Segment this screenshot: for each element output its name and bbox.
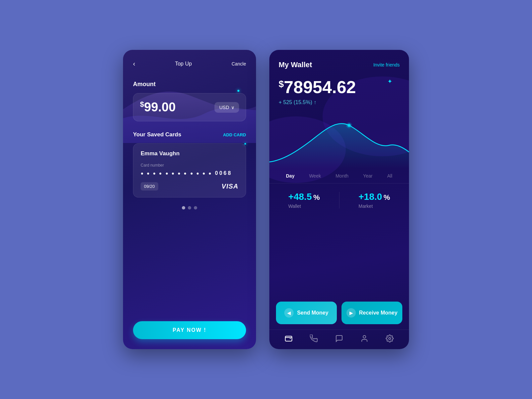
card-indicator bbox=[133, 206, 246, 209]
tab-month[interactable]: Month bbox=[333, 172, 351, 180]
currency-selector[interactable]: USD ∨ bbox=[214, 102, 239, 113]
bottom-nav bbox=[269, 330, 409, 349]
tab-year[interactable]: Year bbox=[360, 172, 375, 180]
screen-title: Top Up bbox=[175, 61, 192, 67]
back-button[interactable]: ‹ bbox=[133, 60, 135, 67]
send-money-label: Send Money bbox=[297, 310, 328, 316]
market-stat-value: +18.0 bbox=[358, 192, 382, 202]
pay-now-button[interactable]: PAY NOW ! bbox=[133, 321, 246, 339]
indicator-dot-3 bbox=[194, 206, 197, 209]
tab-day[interactable]: Day bbox=[283, 172, 297, 180]
nav-wallet-icon[interactable] bbox=[285, 334, 293, 342]
nav-phone-icon[interactable] bbox=[310, 334, 318, 342]
add-card-button[interactable]: ADD CARD bbox=[223, 132, 246, 137]
market-stat-label: Market bbox=[358, 203, 390, 209]
receive-money-label: Receive Money bbox=[359, 310, 398, 316]
wallet-stat-pct: % bbox=[313, 193, 320, 201]
invite-friends-link[interactable]: Invite friends bbox=[373, 62, 400, 67]
amount-value: $99.00 bbox=[140, 100, 176, 114]
chart-area bbox=[269, 109, 409, 169]
balance-section: $78954.62 + 525 (15.5%) ↑ ✦ bbox=[269, 74, 409, 105]
action-buttons: ◀ Send Money ▶ Receive Money bbox=[269, 298, 409, 330]
card-number: ● ● ● ● ● ● ● ● ● ● ● ● 0068 bbox=[141, 170, 238, 176]
saved-card[interactable]: Emma Vaughn Card number ● ● ● ● ● ● ● ● … bbox=[133, 143, 246, 198]
amount-box: $99.00 USD ∨ bbox=[133, 93, 246, 121]
stat-divider bbox=[339, 192, 339, 208]
tab-all[interactable]: All bbox=[384, 172, 395, 180]
cancel-button[interactable]: Cancle bbox=[231, 61, 246, 66]
card-holder-name: Emma Vaughn bbox=[141, 150, 238, 157]
wallet-title: My Wallet bbox=[279, 61, 312, 69]
market-stat: +18.0 % Market bbox=[358, 192, 390, 209]
wallet-panel: My Wallet Invite friends $78954.62 + 525… bbox=[269, 50, 409, 349]
svg-rect-4 bbox=[285, 336, 292, 341]
market-stat-pct: % bbox=[384, 193, 390, 201]
svg-point-3 bbox=[346, 122, 352, 128]
balance-amount: $78954.62 bbox=[279, 78, 400, 97]
saved-cards-label: Your Saved Cards bbox=[133, 131, 181, 138]
tab-week[interactable]: Week bbox=[307, 172, 324, 180]
svg-point-5 bbox=[363, 335, 366, 338]
nav-settings-icon[interactable] bbox=[386, 334, 394, 342]
indicator-dot-1 bbox=[182, 206, 185, 209]
receive-icon: ▶ bbox=[346, 308, 356, 318]
receive-money-button[interactable]: ▶ Receive Money bbox=[341, 302, 402, 324]
time-tabs: Day Week Month Year All bbox=[269, 169, 409, 184]
visa-logo: VISA bbox=[221, 183, 238, 190]
amount-label: Amount bbox=[133, 81, 246, 88]
wallet-stat: +48.5 % Wallet bbox=[288, 192, 320, 209]
star-decoration: ✦ bbox=[387, 78, 392, 85]
nav-person-icon[interactable] bbox=[360, 334, 368, 342]
saved-cards-header: Your Saved Cards ADD CARD bbox=[133, 131, 246, 138]
send-icon: ◀ bbox=[284, 308, 294, 318]
wallet-stat-value: +48.5 bbox=[288, 192, 312, 202]
top-up-header: ‹ Top Up Cancle bbox=[133, 60, 246, 67]
indicator-dot-2 bbox=[188, 206, 191, 209]
send-money-button[interactable]: ◀ Send Money bbox=[276, 302, 337, 324]
card-number-label: Card number bbox=[141, 163, 238, 168]
wallet-header: My Wallet Invite friends bbox=[269, 50, 409, 74]
top-up-panel: ‹ Top Up Cancle Amount $99.00 USD ∨ Your… bbox=[123, 50, 256, 349]
balance-change: + 525 (15.5%) ↑ bbox=[279, 99, 400, 105]
card-expiry: 09/20 bbox=[141, 182, 158, 191]
nav-chat-icon[interactable] bbox=[335, 334, 343, 342]
svg-point-6 bbox=[389, 337, 391, 339]
wallet-stat-label: Wallet bbox=[288, 203, 320, 209]
stats-row: +48.5 % Wallet +18.0 % Market bbox=[269, 184, 409, 215]
